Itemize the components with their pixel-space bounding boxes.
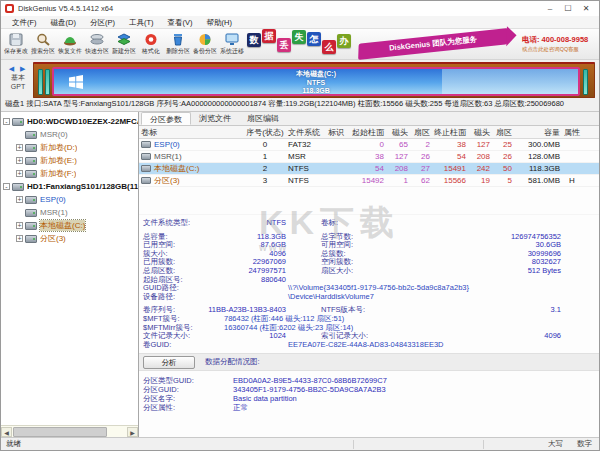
expand-icon[interactable]: + xyxy=(16,235,23,242)
close-button[interactable]: ✕ xyxy=(577,3,595,15)
cell: MSR(1) xyxy=(139,152,244,161)
detail-value: NTFS xyxy=(206,219,286,228)
menu-item-1[interactable]: 磁盘(D) xyxy=(44,16,83,29)
drive-icon xyxy=(25,196,37,204)
col-header-5[interactable]: 起始柱面 xyxy=(350,127,386,138)
minimize-button[interactable]: – xyxy=(541,3,559,15)
toolbar-button-4[interactable]: 快速分区 xyxy=(83,30,110,59)
drive-icon xyxy=(25,131,37,139)
expand-icon[interactable]: + xyxy=(16,222,23,229)
drive-icon xyxy=(25,235,37,243)
scroll-right-icon[interactable]: ▶ xyxy=(127,427,138,437)
ad-tile-3: 丢 xyxy=(277,38,291,52)
backup-partition-icon xyxy=(197,32,213,47)
tree-item-1[interactable]: -HD0:WDCWD10EZEX-22MFCA0(932G xyxy=(1,115,138,128)
detail-label: 扇区大小: xyxy=(321,267,393,276)
expand-icon[interactable]: + xyxy=(16,196,23,203)
detail-row: 设备路径:\Device\HarddiskVolume7 xyxy=(141,293,597,302)
detail-label: 文件系统类型: xyxy=(141,219,206,228)
menu-item-5[interactable]: 帮助(H) xyxy=(200,16,239,29)
col-header-11[interactable]: 容量 xyxy=(514,127,562,138)
ad-banner-area[interactable]: 数据丢失怎么办 DiskGenius 团队为您服务 电话: 400-008-99… xyxy=(247,29,588,59)
tree-item-9[interactable]: +本地磁盘(C:) xyxy=(1,219,138,232)
cell: 19 xyxy=(468,176,492,185)
cell: ESP(0) xyxy=(139,140,244,149)
num-indicator: 数字 xyxy=(570,439,599,449)
toolbar-button-3[interactable]: 恢复文件 xyxy=(56,30,83,59)
expand-icon[interactable]: + xyxy=(16,170,23,177)
tab-2[interactable]: 浏览文件 xyxy=(191,112,239,125)
analyze-button[interactable]: 分析 xyxy=(143,356,195,369)
toolbar-button-label: 删除分区 xyxy=(166,47,190,55)
maximize-button[interactable]: ☐ xyxy=(559,3,577,15)
partition-block-recovery[interactable] xyxy=(583,69,588,95)
cell: 127 xyxy=(468,140,492,149)
menu-item-4[interactable]: 查看(V) xyxy=(161,16,200,29)
table-row[interactable]: ESP(0)0FAT3206523812725300.0MB xyxy=(139,139,599,151)
tab-3[interactable]: 扇区编辑 xyxy=(239,112,287,125)
partition-block-c[interactable]: 本地磁盘(C:) NTFS 118.3GB xyxy=(52,67,580,96)
drive-icon xyxy=(141,153,151,160)
collapse-icon[interactable]: - xyxy=(3,183,10,190)
collapse-icon[interactable]: - xyxy=(3,118,10,125)
col-header-4[interactable]: 标识 xyxy=(326,127,350,138)
tree-item-7[interactable]: +ESP(0) xyxy=(1,193,138,206)
analyze-row: 分析 数据分配情况图: xyxy=(139,353,599,371)
toolbar-buttons: 保存更改搜索分区恢复文件快速分区新建分区格式化删除分区备份分区系统迁移 xyxy=(2,30,245,59)
toolbar-button-label: 恢复文件 xyxy=(58,47,82,55)
col-header-7[interactable]: 扇区 xyxy=(410,127,432,138)
toolbar-button-1[interactable]: 保存更改 xyxy=(2,30,29,59)
tree-item-8[interactable]: MSR(1) xyxy=(1,206,138,219)
cell: 0 xyxy=(244,140,286,149)
col-header-9[interactable]: 磁头 xyxy=(468,127,492,138)
toolbar-button-9[interactable]: 系统迁移 xyxy=(218,30,245,59)
col-header-8[interactable]: 终止柱面 xyxy=(432,127,468,138)
toolbar-button-5[interactable]: 新建分区 xyxy=(110,30,137,59)
menu-item-0[interactable]: 文件(F) xyxy=(5,16,44,29)
ad-qq-link[interactable]: 或点击此处咨询QQ客服 xyxy=(522,45,582,53)
tree-item-2[interactable]: MSR(0) xyxy=(1,128,138,141)
tree-item-label: 本地磁盘(C:) xyxy=(40,220,85,231)
tree-item-label: 新加卷(E:) xyxy=(40,155,77,166)
col-header-1[interactable]: 卷标 xyxy=(139,127,244,138)
tree-item-6[interactable]: -HD1:FanxiangS101/128GB(119GB) xyxy=(1,180,138,193)
tree-item-label: HD0:WDCWD10EZEX-22MFCA0(932G xyxy=(27,117,138,126)
drive-icon xyxy=(141,141,151,148)
disk-prev-next-icons[interactable]: ◀ ▶ xyxy=(3,64,33,73)
scroll-track[interactable] xyxy=(12,427,127,437)
toolbar-button-6[interactable]: 格式化 xyxy=(137,30,164,59)
tree-item-4[interactable]: +新加卷(E:) xyxy=(1,154,138,167)
ad-tile-7: 办 xyxy=(337,34,351,48)
toolbar-button-8[interactable]: 备份分区 xyxy=(191,30,218,59)
table-row[interactable]: 分区(3)3NTFS1549216215566195581.0MBH xyxy=(139,175,599,187)
partition-block-msr[interactable] xyxy=(45,69,50,95)
col-header-12[interactable]: 属性 xyxy=(562,127,582,138)
toolbar-button-7[interactable]: 删除分区 xyxy=(164,30,191,59)
table-row[interactable]: MSR(1)1MSR38127265420826128.0MB xyxy=(139,151,599,163)
ad-tile-5: 怎 xyxy=(307,32,321,46)
tree-item-3[interactable]: +新加卷(D:) xyxy=(1,141,138,154)
table-row[interactable]: 本地磁盘(C:)2NTFS54208271549124250118.3GB xyxy=(139,163,599,175)
col-header-10[interactable]: 扇区 xyxy=(492,127,514,138)
tree-item-5[interactable]: +新加卷(F:) xyxy=(1,167,138,180)
menu-item-3[interactable]: 工具(T) xyxy=(122,16,161,29)
tab-1[interactable]: 分区参数 xyxy=(141,112,191,125)
toolbar-button-2[interactable]: 搜索分区 xyxy=(29,30,56,59)
col-header-3[interactable]: 文件系统 xyxy=(286,127,326,138)
menu-item-2[interactable]: 分区(P) xyxy=(83,16,122,29)
tree-horizontal-scrollbar[interactable]: ◀ ▶ xyxy=(1,425,138,437)
col-header-6[interactable]: 磁头 xyxy=(386,127,410,138)
tree-item-label: HD1:FanxiangS101/128GB(119GB) xyxy=(27,182,138,191)
expand-icon[interactable]: + xyxy=(16,144,23,151)
tree-item-10[interactable]: +分区(3) xyxy=(1,232,138,245)
expand-icon[interactable]: + xyxy=(16,157,23,164)
toolbar-button-label: 系统迁移 xyxy=(220,47,244,55)
detail-value: \Device\HarddiskVolume7 xyxy=(288,293,374,302)
scroll-left-icon[interactable]: ◀ xyxy=(1,427,12,437)
cell: 25 xyxy=(492,140,514,149)
col-header-2[interactable]: 序号(状态) xyxy=(244,127,286,138)
scroll-thumb[interactable] xyxy=(13,427,107,437)
detail-value xyxy=(393,219,561,228)
detail-value: 3.1 xyxy=(393,306,561,315)
partition-block-esp[interactable] xyxy=(38,69,43,95)
